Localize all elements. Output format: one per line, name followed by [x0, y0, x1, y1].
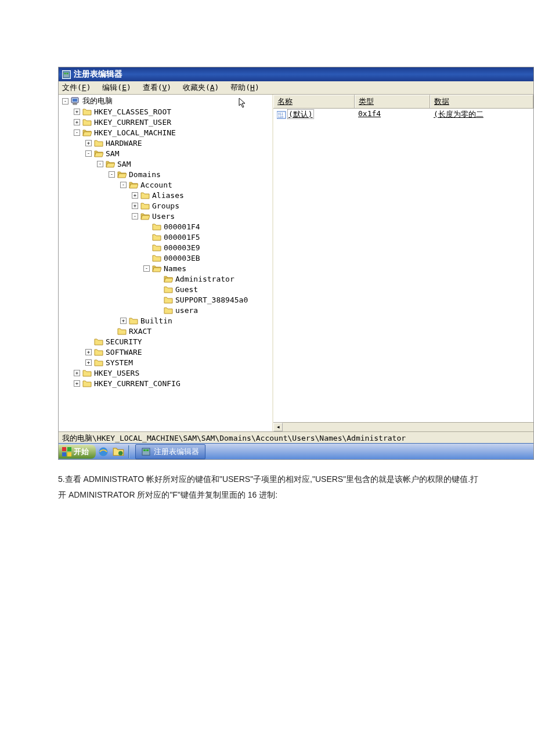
- tree-guest[interactable]: Guest: [59, 284, 272, 294]
- tree-software[interactable]: +SOFTWARE: [59, 347, 272, 357]
- collapse-icon[interactable]: -: [132, 213, 138, 219]
- folder-icon: [94, 358, 103, 366]
- folder-icon: [82, 379, 92, 387]
- value-row-default[interactable]: (默认) 0x1f4 (长度为零的二: [273, 109, 533, 120]
- taskbar-regedit-button[interactable]: 注册表编辑器: [135, 444, 205, 459]
- tree-user-3e9[interactable]: 000003E9: [59, 242, 272, 253]
- statusbar: 我的电脑\HKEY_LOCAL_MACHINE\SAM\SAM\Domains\…: [59, 431, 533, 443]
- folder-open-icon: [129, 181, 138, 189]
- folder-icon: [140, 191, 150, 199]
- binary-value-icon: [277, 111, 286, 119]
- folder-icon: [140, 201, 150, 210]
- tree-hardware[interactable]: +HARDWARE: [59, 138, 272, 148]
- tree-sam[interactable]: -SAM: [59, 148, 272, 159]
- registry-editor-window: 注册表编辑器 文件(F) 编辑(E) 查看(V) 收藏夹(A) 帮助(H) -我…: [58, 67, 534, 460]
- tree-system[interactable]: +SYSTEM: [59, 357, 272, 368]
- folder-icon: [152, 233, 161, 241]
- titlebar[interactable]: 注册表编辑器: [59, 67, 533, 81]
- folder-open-icon: [140, 212, 150, 220]
- menu-favorites[interactable]: 收藏夹(A): [183, 83, 219, 92]
- menu-edit[interactable]: 编辑(E): [102, 83, 131, 92]
- window-title: 注册表编辑器: [74, 69, 122, 80]
- expand-icon[interactable]: +: [132, 203, 138, 209]
- expand-icon[interactable]: +: [74, 109, 80, 115]
- tree-hkcr[interactable]: +HKEY_CLASSES_ROOT: [59, 106, 272, 117]
- tree-hku[interactable]: +HKEY_USERS: [59, 368, 272, 378]
- expand-icon[interactable]: +: [132, 192, 138, 199]
- folder-open-icon: [106, 160, 115, 168]
- tree-sam-sam[interactable]: -SAM: [59, 159, 272, 169]
- value-data: (长度为零的二: [430, 109, 533, 120]
- folder-open-icon: [82, 128, 92, 136]
- start-button[interactable]: 开始: [59, 445, 96, 459]
- menubar: 文件(F) 编辑(E) 查看(V) 收藏夹(A) 帮助(H): [59, 81, 533, 95]
- expand-icon[interactable]: +: [74, 380, 80, 387]
- col-type[interactable]: 类型: [355, 95, 430, 108]
- folder-open-icon: [152, 264, 161, 272]
- collapse-icon[interactable]: -: [74, 129, 80, 136]
- folder-icon: [164, 296, 173, 304]
- value-name: (默认): [287, 109, 314, 119]
- collapse-icon[interactable]: -: [62, 98, 68, 105]
- app-icon: [62, 70, 71, 79]
- tree-user-1f5[interactable]: 000001F5: [59, 232, 272, 242]
- tree-pane[interactable]: -我的电脑 +HKEY_CLASSES_ROOT +HKEY_CURRENT_U…: [59, 95, 273, 431]
- menu-view[interactable]: 查看(V): [143, 83, 171, 92]
- expand-icon[interactable]: +: [74, 370, 80, 376]
- col-name[interactable]: 名称: [273, 95, 355, 108]
- tree-security[interactable]: SECURITY: [59, 336, 272, 347]
- folder-open-icon: [94, 149, 103, 157]
- expand-icon[interactable]: +: [74, 119, 80, 125]
- folder-open-icon: [164, 275, 173, 283]
- tree-rxact[interactable]: RXACT: [59, 326, 272, 336]
- explorer-icon[interactable]: [113, 446, 124, 458]
- collapse-icon[interactable]: -: [85, 150, 92, 157]
- menu-help[interactable]: 帮助(H): [230, 83, 259, 92]
- folder-icon: [82, 107, 92, 116]
- tree-administrator[interactable]: Administrator: [59, 273, 272, 284]
- collapse-icon[interactable]: -: [120, 182, 127, 188]
- list-header: 名称 类型 数据: [273, 95, 533, 109]
- tree-hkcc[interactable]: +HKEY_CURRENT_CONFIG: [59, 378, 272, 388]
- tree-support[interactable]: SUPPORT_388945a0: [59, 294, 272, 305]
- folder-icon: [82, 369, 92, 377]
- expand-icon[interactable]: +: [85, 140, 92, 146]
- ie-icon[interactable]: [98, 446, 109, 458]
- horizontal-scrollbar[interactable]: ◂: [273, 422, 533, 431]
- caption-text: 5.查看 ADMINISTRATO 帐好所对应的键值和"USERS"子项里的相对…: [58, 471, 499, 502]
- regedit-icon: [142, 448, 151, 456]
- list-pane[interactable]: 名称 类型 数据 (默认) 0x1f4 (长度为零的二 ◂: [273, 95, 533, 431]
- col-data[interactable]: 数据: [430, 95, 533, 108]
- expand-icon[interactable]: +: [120, 318, 127, 324]
- tree-domains[interactable]: -Domains: [59, 169, 272, 179]
- tree-hkcu[interactable]: +HKEY_CURRENT_USER: [59, 117, 272, 127]
- tree-aliases[interactable]: +Aliases: [59, 190, 272, 200]
- folder-icon: [152, 243, 161, 251]
- tree-users[interactable]: -Users: [59, 211, 272, 221]
- scroll-left-icon[interactable]: ◂: [273, 423, 283, 431]
- expand-icon[interactable]: +: [85, 359, 92, 366]
- menu-file[interactable]: 文件(F): [62, 83, 91, 92]
- tree-builtin[interactable]: +Builtin: [59, 315, 272, 326]
- tree-account[interactable]: -Account: [59, 179, 272, 190]
- folder-icon: [82, 118, 92, 126]
- tree-hklm[interactable]: -HKEY_LOCAL_MACHINE: [59, 127, 272, 138]
- tree-root[interactable]: -我的电脑: [59, 96, 272, 106]
- status-path: 我的电脑\HKEY_LOCAL_MACHINE\SAM\SAM\Domains\…: [62, 434, 406, 442]
- collapse-icon[interactable]: -: [109, 171, 115, 178]
- collapse-icon[interactable]: -: [143, 265, 150, 272]
- windows-logo-icon: [62, 447, 71, 456]
- collapse-icon[interactable]: -: [97, 161, 103, 167]
- tree-names[interactable]: -Names: [59, 263, 272, 273]
- folder-icon: [152, 222, 161, 231]
- folder-icon: [152, 254, 161, 262]
- folder-icon: [164, 306, 173, 314]
- folder-open-icon: [117, 170, 127, 178]
- tree-groups[interactable]: +Groups: [59, 200, 272, 211]
- tree-user-3eb[interactable]: 000003EB: [59, 253, 272, 263]
- tree-user-1f4[interactable]: 000001F4: [59, 221, 272, 232]
- tree-usera[interactable]: usera: [59, 305, 272, 315]
- folder-icon: [129, 316, 138, 325]
- content-area: -我的电脑 +HKEY_CLASSES_ROOT +HKEY_CURRENT_U…: [59, 95, 533, 431]
- expand-icon[interactable]: +: [85, 349, 92, 355]
